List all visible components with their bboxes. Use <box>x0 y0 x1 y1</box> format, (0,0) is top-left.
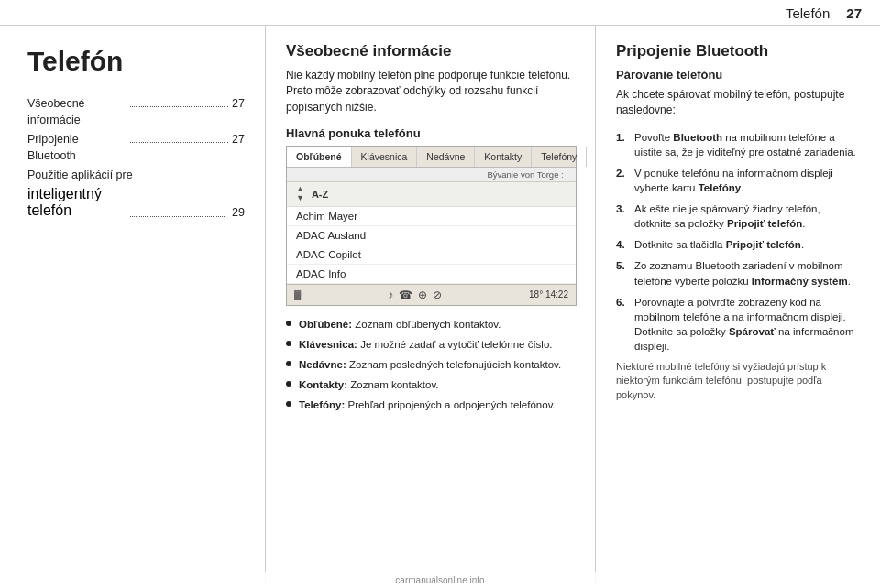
toc-item: Pripojenie Bluetooth 27 <box>28 132 245 164</box>
bullet-dot <box>286 401 292 407</box>
toc-dots <box>130 216 226 217</box>
step-num: 2. <box>616 166 629 180</box>
phone-bottom-bar: ▓ ♪ ☎ ⊕ ⊘ 18° 14:22 <box>287 284 576 305</box>
step-text: V ponuke telefónu na informačnom displej… <box>634 166 860 195</box>
note-text: Niektoré mobilné telefóny si vyžiadajú p… <box>616 360 860 402</box>
watermark: carmanualsonline.info <box>0 572 880 588</box>
step-item: 1. Povoľte Bluetooth na mobilnom telefón… <box>616 130 860 159</box>
toc-label: Všeobecné informácie <box>28 96 126 128</box>
bullet-item: Kontakty: Zoznam kontaktov. <box>286 377 577 392</box>
phone-az-row: ▲ ▼ A-Z <box>287 182 576 207</box>
step-item: 5. Zo zoznamu Bluetooth zariadení v mobi… <box>616 258 860 288</box>
mid-subheading: Hlavná ponuka telefónu <box>286 126 577 140</box>
bullet-text: Kontakty: Zoznam kontaktov. <box>299 377 439 392</box>
header-page: 27 <box>846 5 862 21</box>
toc-page: 27 <box>232 132 245 148</box>
bullet-text: Klávesnica: Je možné zadať a vytočiť tel… <box>299 337 552 352</box>
toc-list: Všeobecné informácie 27 Pripojenie Bluet… <box>28 96 245 219</box>
bullet-item: Obľúbené: Zoznam obľúbených kontaktov. <box>286 317 577 332</box>
phone-signal-icon: ▓ <box>294 289 301 299</box>
step-text: Zo zoznamu Bluetooth zariadení v mobilno… <box>634 258 860 288</box>
toc-dots <box>130 142 229 143</box>
phone-tab-phones[interactable]: Telefóny <box>532 147 587 167</box>
mid-intro: Nie každý mobilný telefón plne podporuje… <box>286 68 577 115</box>
phone-az-down[interactable]: ▼ <box>296 194 304 203</box>
step-num: 3. <box>616 201 629 216</box>
page-heading: Telefón <box>28 46 245 76</box>
step-num: 4. <box>616 237 629 252</box>
phone-temp-time: 18° 14:22 <box>529 289 568 299</box>
bullet-item: Telefóny: Prehľad pripojených a odpojený… <box>286 397 577 412</box>
phone-az-label: A-Z <box>312 189 328 200</box>
phone-contact-row[interactable]: ADAC Info <box>287 265 576 284</box>
toc-item: Všeobecné informácie 27 <box>28 96 245 128</box>
step-text: Porovnajte a potvrďte zobrazený kód na m… <box>634 295 860 354</box>
step-text: Dotknite sa tlačidla Pripojiť telefón. <box>634 237 860 252</box>
phone-media-icons: ♪ ☎ ⊕ ⊘ <box>388 289 442 301</box>
top-bar: Telefón 27 <box>0 0 880 26</box>
phone-tab-favorites[interactable]: Obľúbené <box>287 147 352 167</box>
phone-contact-row[interactable]: ADAC Copilot <box>287 245 576 265</box>
step-item: 2. V ponuke telefónu na informačnom disp… <box>616 166 860 195</box>
step-text: Ak ešte nie je spárovaný žiadny telefón,… <box>634 201 860 231</box>
step-text: Povoľte Bluetooth na mobilnom telefóne a… <box>634 130 860 159</box>
bullet-text: Telefóny: Prehľad pripojených a odpojený… <box>299 397 556 412</box>
phone-contact-row[interactable]: Achim Mayer <box>287 207 576 226</box>
phone-tabs: Obľúbené Klávesnica Nedávne Kontakty Tel… <box>287 147 576 168</box>
toc-item-multi: Použitie aplikácií pre inteligentný tele… <box>28 168 245 219</box>
phone-tab-keyboard[interactable]: Klávesnica <box>352 147 418 167</box>
right-subheading: Párovanie telefónu <box>616 68 860 82</box>
right-column: Pripojenie Bluetooth Párovanie telefónu … <box>596 26 880 583</box>
step-num: 5. <box>616 258 629 273</box>
toc-label-line2: inteligentný telefón <box>28 186 123 219</box>
bullet-text: Nedávne: Zoznam posledných telefonujúcic… <box>299 357 561 372</box>
steps-list: 1. Povoľte Bluetooth na mobilnom telefón… <box>616 130 860 354</box>
mid-section-heading: Všeobecné informácie <box>286 42 577 60</box>
phone-tab-contacts[interactable]: Kontakty <box>475 147 532 167</box>
bullet-dot <box>286 321 292 326</box>
toc-label-line1: Použitie aplikácií pre <box>28 168 245 184</box>
mid-bullet-list: Obľúbené: Zoznam obľúbených kontaktov. K… <box>286 317 577 412</box>
bullet-item: Klávesnica: Je možné zadať a vytočiť tel… <box>286 337 577 352</box>
phone-radio-icon[interactable]: ⊘ <box>433 289 442 301</box>
bullet-dot <box>286 361 292 366</box>
right-intro: Ak chcete spárovať mobilný telefón, post… <box>616 87 860 119</box>
main-content: Telefón Všeobecné informácie 27 Pripojen… <box>0 26 880 583</box>
bullet-item: Nedávne: Zoznam posledných telefonujúcic… <box>286 357 577 372</box>
bullet-text: Obľúbené: Zoznam obľúbených kontaktov. <box>299 317 500 332</box>
right-section-heading: Pripojenie Bluetooth <box>616 42 860 60</box>
step-item: 3. Ak ešte nie je spárovaný žiadny telef… <box>616 201 860 231</box>
phone-contact-row[interactable]: ADAC Ausland <box>287 226 576 245</box>
phone-az-nav[interactable]: ▲ ▼ <box>296 185 304 203</box>
phone-ui-mockup: Obľúbené Klávesnica Nedávne Kontakty Tel… <box>286 146 577 306</box>
phone-nav-icon[interactable]: ⊕ <box>418 289 427 301</box>
step-item: 6. Porovnajte a potvrďte zobrazený kód n… <box>616 295 860 354</box>
toc-dots <box>130 106 229 107</box>
toc-multi-row: inteligentný telefón 29 <box>28 186 245 219</box>
phone-music-icon[interactable]: ♪ <box>388 289 393 301</box>
toc-label: Pripojenie Bluetooth <box>28 132 126 164</box>
step-item: 4. Dotknite sa tlačidla Pripojiť telefón… <box>616 237 860 252</box>
left-column: Telefón Všeobecné informácie 27 Pripojen… <box>0 26 266 583</box>
toc-page: 29 <box>232 206 245 219</box>
toc-page: 27 <box>232 96 245 113</box>
bullet-dot <box>286 341 292 346</box>
mid-column: Všeobecné informácie Nie každý mobilný t… <box>266 26 596 583</box>
bullet-dot <box>286 381 292 387</box>
phone-phone-icon[interactable]: ☎ <box>399 289 412 301</box>
header-title: Telefón <box>786 5 830 21</box>
phone-recents-label: Bývanie von Torge : : <box>287 168 576 182</box>
phone-tab-recent[interactable]: Nedávne <box>417 147 475 167</box>
step-num: 1. <box>616 130 629 145</box>
step-num: 6. <box>616 295 629 310</box>
phone-contact-list: ▲ ▼ A-Z Achim Mayer ADAC Ausland ADAC Co… <box>287 182 576 284</box>
